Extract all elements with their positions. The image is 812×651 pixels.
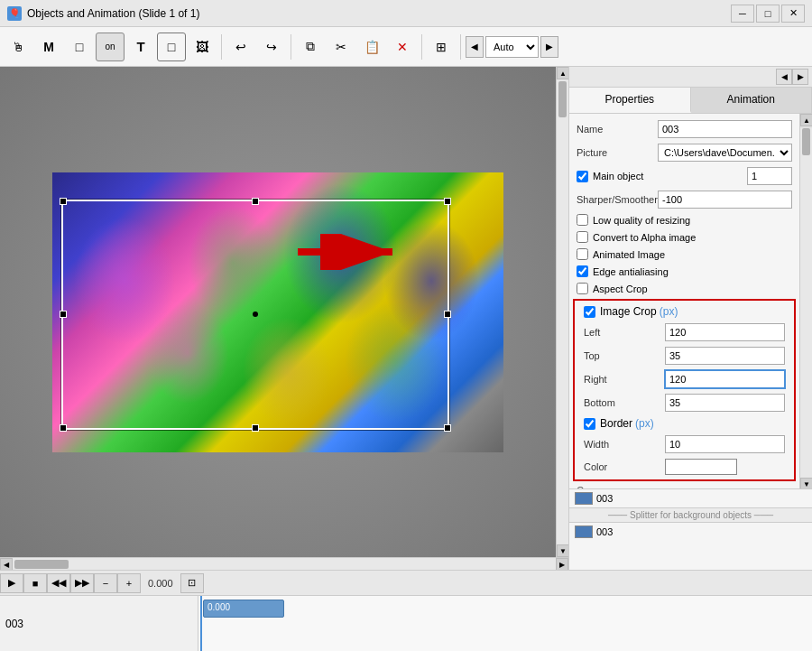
panel-nav-left[interactable]: ◀ (776, 69, 792, 85)
scroll-down-button[interactable]: ▼ (557, 544, 568, 557)
handle-top-middle[interactable] (252, 198, 259, 205)
scroll-track-v[interactable] (557, 79, 568, 544)
stop-button[interactable]: ■ (23, 573, 47, 593)
tab-properties[interactable]: Properties (569, 88, 691, 113)
animated-image-label[interactable]: Animated Image (593, 249, 665, 260)
convert-alpha-checkbox[interactable] (577, 231, 588, 243)
redo-button[interactable]: ↪ (257, 33, 286, 61)
cut-button[interactable]: ✂ (327, 33, 355, 61)
toolbar-text-btn[interactable]: on (96, 33, 125, 61)
main-object-value[interactable] (747, 167, 792, 185)
scroll-thumb-h[interactable] (14, 560, 69, 569)
toolbar-textobj-btn[interactable]: T (126, 33, 155, 61)
object-item-2[interactable]: 003 (569, 523, 812, 541)
rewind-button[interactable]: ◀◀ (47, 573, 70, 593)
crop-right-input[interactable] (665, 370, 785, 388)
image-crop-unit: (px) (660, 305, 678, 318)
timeline-track[interactable]: 0.000 (198, 596, 812, 651)
obj-thumb-1 (575, 492, 593, 505)
border-width-label: Width (584, 439, 665, 450)
props-scroll-thumb[interactable] (802, 128, 810, 155)
properties-scrollbar[interactable]: ▲ ▼ (799, 114, 812, 488)
grid-button[interactable]: ⊞ (427, 33, 456, 61)
timeline-block[interactable]: 0.000 (203, 600, 284, 618)
app-title: Objects and Animation (Slide 1 of 1) (27, 7, 199, 20)
timeline-marker[interactable] (200, 596, 202, 651)
aspect-crop-label[interactable]: Aspect Crop (593, 284, 648, 294)
props-scroll-down[interactable]: ▼ (800, 478, 812, 488)
paste-button[interactable]: 📋 (357, 33, 386, 61)
picture-row: Picture C:\Users\dave\Documen... (569, 141, 799, 164)
crop-bottom-input[interactable] (665, 394, 785, 412)
aspect-crop-checkbox[interactable] (577, 283, 588, 294)
zoom-select[interactable]: Auto 100% 75% 50% (485, 36, 539, 58)
canvas-area[interactable] (0, 67, 556, 557)
timeline-controls: ▶ ■ ◀◀ ▶▶ − + 0.000 ⊡ (0, 571, 812, 596)
name-input[interactable] (658, 120, 792, 138)
props-scroll-up[interactable]: ▲ (800, 114, 812, 126)
scroll-thumb-v[interactable] (558, 81, 567, 117)
zoom-in-button[interactable]: + (117, 573, 141, 593)
border-checkbox[interactable] (584, 418, 595, 430)
edge-antialiasing-checkbox[interactable] (577, 265, 588, 277)
tab-animation[interactable]: Animation (691, 88, 813, 113)
handle-top-right[interactable] (444, 198, 451, 205)
nav-right-button[interactable]: ▶ (540, 36, 558, 58)
slide-canvas[interactable] (52, 172, 503, 452)
edge-antialiasing-label[interactable]: Edge antialiasing (593, 266, 669, 277)
convert-alpha-label[interactable]: Convert to Alpha image (593, 232, 696, 243)
border-label[interactable]: Border (px) (600, 417, 654, 430)
panel-nav-right[interactable]: ▶ (792, 69, 808, 85)
zoom-out-button[interactable]: − (94, 573, 117, 593)
main-object-label[interactable]: Main object (593, 171, 643, 181)
image-crop-checkbox[interactable] (584, 306, 595, 318)
maximize-button[interactable]: □ (756, 5, 780, 23)
toolbar-rect-btn[interactable]: □ (65, 33, 94, 61)
panel-tabs: Properties Animation (569, 88, 812, 114)
handle-top-left[interactable] (60, 198, 67, 205)
toolbar-shape-btn[interactable]: □ (157, 33, 186, 61)
border-color-swatch[interactable] (665, 459, 737, 475)
handle-bottom-left[interactable] (60, 424, 67, 432)
close-button[interactable]: ✕ (781, 5, 805, 23)
toolbar-image-btn[interactable]: 🖼 (188, 33, 217, 61)
image-crop-label[interactable]: Image Crop (px) (600, 305, 678, 318)
handle-bottom-middle[interactable] (252, 424, 259, 432)
selection-box[interactable] (61, 200, 449, 430)
play-button[interactable]: ▶ (0, 573, 23, 593)
main-object-row: Main object (569, 164, 799, 188)
handle-middle-left[interactable] (60, 311, 67, 318)
edge-antialiasing-row: Edge antialiasing (569, 263, 799, 280)
forward-button[interactable]: ▶▶ (70, 573, 94, 593)
nav-left-button[interactable]: ◀ (466, 36, 484, 58)
scroll-track-h[interactable] (13, 558, 556, 570)
scroll-up-button[interactable]: ▲ (557, 67, 568, 79)
delete-button[interactable]: ✕ (388, 33, 417, 61)
scroll-right-button[interactable]: ▶ (556, 558, 568, 570)
toolbar-cursor-btn[interactable]: 🖱 (4, 33, 32, 61)
minimize-button[interactable]: ─ (731, 5, 754, 23)
low-quality-checkbox[interactable] (577, 214, 588, 226)
low-quality-label[interactable]: Low quality of resizing (593, 215, 690, 226)
undo-button[interactable]: ↩ (226, 33, 255, 61)
copy-button[interactable]: ⧉ (296, 33, 325, 61)
animated-image-checkbox[interactable] (577, 248, 588, 260)
timeline-label: 003 (0, 596, 198, 651)
crop-top-input[interactable] (665, 347, 785, 365)
canvas-scrollbar-vertical[interactable]: ▲ ▼ (556, 67, 568, 557)
toolbar-m-btn[interactable]: M (34, 33, 63, 61)
canvas-scrollbar-horizontal[interactable]: ◀ ▶ (0, 557, 568, 570)
border-width-input[interactable] (665, 435, 785, 453)
scroll-left-button[interactable]: ◀ (0, 558, 13, 570)
crop-left-input[interactable] (665, 323, 785, 341)
handle-bottom-right[interactable] (444, 424, 451, 432)
center-handle[interactable] (253, 312, 258, 317)
extra-ctrl-button[interactable]: ⊡ (180, 573, 204, 593)
handle-middle-right[interactable] (444, 311, 451, 318)
object-item-1[interactable]: 003 (569, 489, 812, 507)
separator-1 (221, 34, 222, 60)
border-color-row: Color (577, 456, 792, 478)
sharper-smoother-input[interactable] (658, 191, 792, 209)
main-object-checkbox[interactable] (577, 171, 588, 182)
picture-select[interactable]: C:\Users\dave\Documen... (658, 144, 792, 162)
